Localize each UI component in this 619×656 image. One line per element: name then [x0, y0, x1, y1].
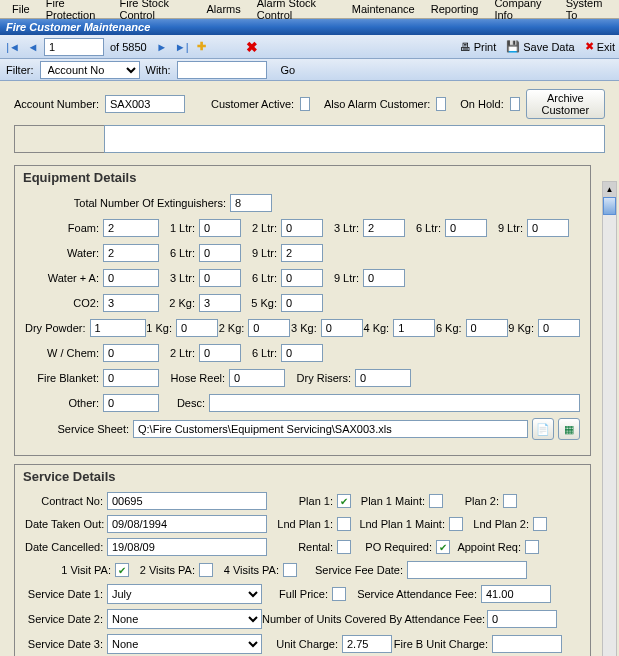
- v4-checkbox[interactable]: [283, 563, 297, 577]
- other-label: Other:: [25, 397, 103, 409]
- foam-2l-label: 2 Ltr:: [241, 222, 281, 234]
- date-cancelled-input[interactable]: [107, 538, 267, 556]
- dry-label: Dry Powder:: [25, 322, 90, 334]
- menu-item[interactable]: Alarm Stock Control: [249, 0, 344, 23]
- first-record-button[interactable]: |◄: [4, 38, 22, 56]
- water-input[interactable]: [103, 244, 159, 262]
- scroll-thumb[interactable]: [603, 197, 616, 215]
- dry-input[interactable]: [90, 319, 146, 337]
- exit-button[interactable]: ✖Exit: [585, 40, 615, 53]
- foam-input[interactable]: [103, 219, 159, 237]
- save-data-button[interactable]: 💾Save Data: [506, 40, 574, 53]
- menu-item[interactable]: File: [4, 1, 38, 17]
- prev-record-button[interactable]: ◄: [24, 38, 42, 56]
- service-details-title: Service Details: [23, 469, 580, 484]
- sd1-select[interactable]: July: [107, 584, 262, 604]
- lndplan1-checkbox[interactable]: [337, 517, 351, 531]
- on-hold-checkbox[interactable]: [510, 97, 520, 111]
- lndplan1maint-checkbox[interactable]: [449, 517, 463, 531]
- dry-1kg-input[interactable]: [176, 319, 218, 337]
- contract-no-input[interactable]: [107, 492, 267, 510]
- saf-input[interactable]: [481, 585, 551, 603]
- hosereel-input[interactable]: [229, 369, 285, 387]
- wchem-input[interactable]: [103, 344, 159, 362]
- menu-item[interactable]: Reporting: [423, 1, 487, 17]
- browse-file-button[interactable]: 📄: [532, 418, 554, 440]
- unitscov-input[interactable]: [487, 610, 557, 628]
- desc-input[interactable]: [209, 394, 580, 412]
- watera-input[interactable]: [103, 269, 159, 287]
- firebunit-input[interactable]: [492, 635, 562, 653]
- vertical-scrollbar[interactable]: ▲ ▼: [602, 181, 617, 656]
- dry-2kg-input[interactable]: [248, 319, 290, 337]
- total-ext-input[interactable]: [230, 194, 272, 212]
- filter-with-input[interactable]: [177, 61, 267, 79]
- water-6l-input[interactable]: [199, 244, 241, 262]
- fullprice-checkbox[interactable]: [332, 587, 346, 601]
- dryrisers-input[interactable]: [355, 369, 411, 387]
- sd3-select[interactable]: None: [107, 634, 262, 654]
- co2-2kg-input[interactable]: [199, 294, 241, 312]
- menu-item[interactable]: System To: [558, 0, 615, 23]
- co2-5kg-input[interactable]: [281, 294, 323, 312]
- filter-with-label: With:: [146, 64, 171, 76]
- poreq-label: PO Required:: [351, 541, 436, 553]
- appoint-checkbox[interactable]: [525, 540, 539, 554]
- add-record-button[interactable]: ✚: [193, 38, 211, 56]
- other-input[interactable]: [103, 394, 159, 412]
- content-area: Account Number: Customer Active: Also Al…: [0, 81, 619, 656]
- plan1-checkbox[interactable]: ✔: [337, 494, 351, 508]
- also-alarm-checkbox[interactable]: [436, 97, 446, 111]
- menu-item[interactable]: Company Info: [486, 0, 557, 23]
- lndplan2-checkbox[interactable]: [533, 517, 547, 531]
- foam-3l-input[interactable]: [363, 219, 405, 237]
- watera-3l-label: 3 Ltr:: [159, 272, 199, 284]
- foam-9l-input[interactable]: [527, 219, 569, 237]
- notes-input[interactable]: [104, 125, 605, 153]
- date-taken-input[interactable]: [107, 515, 267, 533]
- sfdate-input[interactable]: [407, 561, 527, 579]
- last-record-button[interactable]: ►|: [173, 38, 191, 56]
- wchem-6l-input[interactable]: [281, 344, 323, 362]
- print-button[interactable]: 🖶Print: [460, 41, 497, 53]
- record-number-input[interactable]: [44, 38, 104, 56]
- dry-4kg-input[interactable]: [393, 319, 435, 337]
- rental-checkbox[interactable]: [337, 540, 351, 554]
- water-9l-label: 9 Ltr:: [241, 247, 281, 259]
- foam-2l-input[interactable]: [281, 219, 323, 237]
- menu-item[interactable]: Maintenance: [344, 1, 423, 17]
- dry-6kg-input[interactable]: [466, 319, 508, 337]
- plan1maint-checkbox[interactable]: [429, 494, 443, 508]
- dry-3kg-input[interactable]: [321, 319, 363, 337]
- menu-item[interactable]: Alarms: [199, 1, 249, 17]
- foam-6l-input[interactable]: [445, 219, 487, 237]
- servicesheet-input[interactable]: [133, 420, 528, 438]
- sd2-select[interactable]: None: [107, 609, 262, 629]
- watera-9l-input[interactable]: [363, 269, 405, 287]
- foam-1l-input[interactable]: [199, 219, 241, 237]
- filter-go-button[interactable]: Go: [273, 64, 304, 76]
- sd1-label: Service Date 1:: [25, 588, 107, 600]
- service-details-panel: Service Details Contract No: Plan 1: ✔ P…: [14, 464, 591, 656]
- co2-input[interactable]: [103, 294, 159, 312]
- dry-9kg-input[interactable]: [538, 319, 580, 337]
- fireblanket-input[interactable]: [103, 369, 159, 387]
- next-record-button[interactable]: ►: [153, 38, 171, 56]
- appoint-label: Appoint Req:: [450, 541, 525, 553]
- watera-3l-input[interactable]: [199, 269, 241, 287]
- customer-active-checkbox[interactable]: [300, 97, 310, 111]
- water-9l-input[interactable]: [281, 244, 323, 262]
- v1-checkbox[interactable]: ✔: [115, 563, 129, 577]
- plan2-checkbox[interactable]: [503, 494, 517, 508]
- archive-customer-button[interactable]: Archive Customer: [526, 89, 605, 119]
- filter-field-select[interactable]: Account No: [40, 61, 140, 79]
- account-number-input[interactable]: [105, 95, 185, 113]
- poreq-checkbox[interactable]: ✔: [436, 540, 450, 554]
- watera-6l-input[interactable]: [281, 269, 323, 287]
- scroll-up-arrow[interactable]: ▲: [603, 182, 616, 197]
- open-excel-button[interactable]: ▦: [558, 418, 580, 440]
- wchem-2l-input[interactable]: [199, 344, 241, 362]
- unitch-input[interactable]: [342, 635, 392, 653]
- delete-record-button[interactable]: ✖: [243, 38, 261, 56]
- v2-checkbox[interactable]: [199, 563, 213, 577]
